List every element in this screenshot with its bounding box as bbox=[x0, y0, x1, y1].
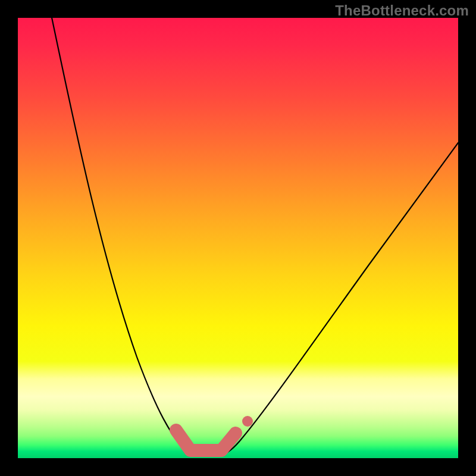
right-curve bbox=[220, 143, 458, 455]
watermark-text: TheBottleneck.com bbox=[335, 2, 469, 19]
marker-u-stroke bbox=[176, 430, 236, 450]
marker-dot-right bbox=[242, 416, 253, 427]
gradient-plot-area bbox=[18, 18, 458, 458]
chart-svg bbox=[18, 18, 458, 458]
left-curve bbox=[51, 12, 194, 455]
chart-frame: TheBottleneck.com bbox=[0, 0, 476, 476]
